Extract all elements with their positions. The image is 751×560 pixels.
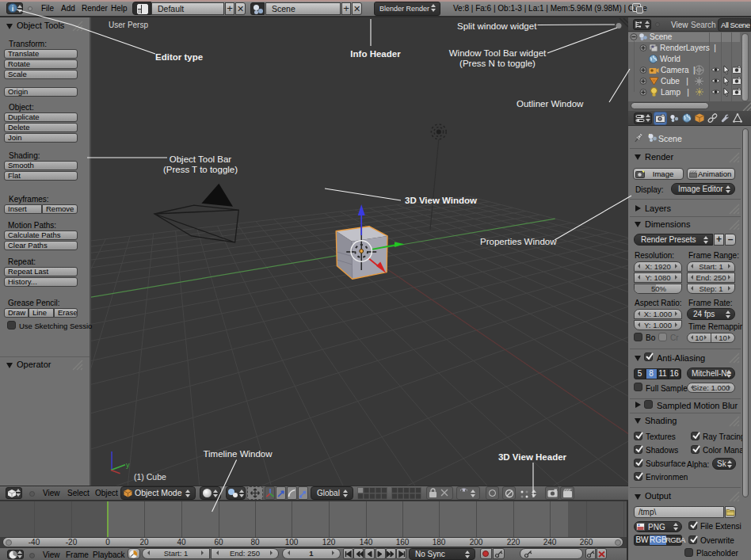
svg-text:y: y [126,461,130,469]
svg-text:User Persp: User Persp [109,21,148,29]
svg-text:(1) Cube: (1) Cube [134,472,166,482]
